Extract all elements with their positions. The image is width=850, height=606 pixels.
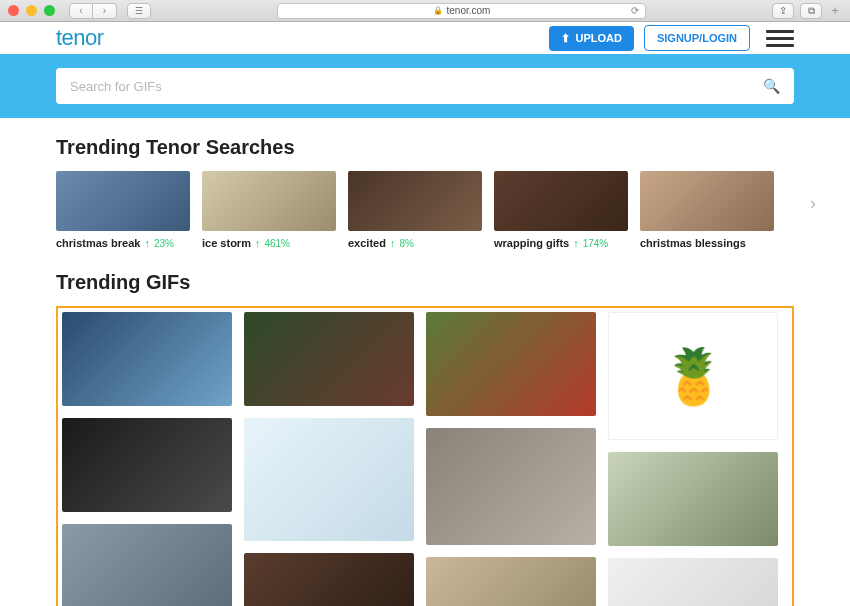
trending-search-label: ice storm	[202, 237, 251, 249]
gif-tile[interactable]	[608, 452, 778, 546]
trending-gif-grid: 🍍	[56, 306, 794, 606]
search-area: 🔍	[0, 54, 850, 118]
trend-percent: 174%	[583, 238, 609, 249]
trending-gifs-title: Trending GIFs	[56, 271, 794, 294]
pineapple-icon: 🍍	[660, 345, 727, 408]
hamburger-icon	[766, 30, 794, 33]
sidebar-toggle-button[interactable]: ☰	[127, 3, 151, 19]
trending-search-label: christmas blessings	[640, 237, 746, 249]
carousel-next-button[interactable]: ›	[810, 193, 816, 214]
gif-tile[interactable]	[426, 428, 596, 545]
minimize-window-icon[interactable]	[26, 5, 37, 16]
trending-search-thumb[interactable]	[494, 171, 628, 231]
lock-icon: 🔒	[433, 6, 443, 15]
gif-tile[interactable]: 🍍	[608, 312, 778, 440]
trending-search-meta: wrapping gifts↑174%	[494, 237, 628, 249]
new-tab-button[interactable]: +	[828, 3, 842, 18]
trending-search-card[interactable]: ice storm↑461%	[202, 171, 336, 249]
trending-search-thumb[interactable]	[640, 171, 774, 231]
nav-button-group: ‹ ›	[69, 3, 117, 19]
trending-search-label: wrapping gifts	[494, 237, 569, 249]
trending-search-label: christmas break	[56, 237, 140, 249]
signup-login-button[interactable]: SIGNUP/LOGIN	[644, 25, 750, 51]
chrome-right-group: ⇪ ⧉	[772, 3, 822, 19]
upload-label: UPLOAD	[575, 32, 621, 44]
gif-tile[interactable]	[62, 524, 232, 606]
gif-tile[interactable]	[62, 418, 232, 512]
trend-percent: 8%	[399, 238, 413, 249]
sidebar-icon: ☰	[135, 6, 143, 16]
gif-tile[interactable]	[244, 418, 414, 541]
gif-column	[426, 312, 596, 606]
hamburger-menu-button[interactable]	[766, 27, 794, 49]
search-icon: 🔍	[763, 78, 780, 94]
chevron-left-icon: ‹	[79, 5, 82, 16]
trending-search-meta: christmas break↑23%	[56, 237, 190, 249]
trending-search-card[interactable]: excited↑8%	[348, 171, 482, 249]
gif-column	[62, 312, 232, 606]
gif-tile[interactable]	[426, 557, 596, 606]
trending-search-card[interactable]: christmas break↑23%	[56, 171, 190, 249]
trending-searches-row: christmas break↑23%ice storm↑461%excited…	[56, 171, 794, 249]
browser-toolbar: ‹ › ☰ 🔒 tenor.com ⟳ ⇪ ⧉ +	[0, 0, 850, 22]
trending-searches-title: Trending Tenor Searches	[56, 136, 794, 159]
trending-search-label: excited	[348, 237, 386, 249]
reload-icon[interactable]: ⟳	[631, 5, 639, 16]
back-button[interactable]: ‹	[69, 3, 93, 19]
gif-column: 🍍	[608, 312, 778, 606]
share-button[interactable]: ⇪	[772, 3, 794, 19]
chevron-right-icon: ›	[103, 5, 106, 16]
page-content: Trending Tenor Searches christmas break↑…	[0, 118, 850, 606]
trend-percent: 461%	[264, 238, 290, 249]
trending-search-thumb[interactable]	[348, 171, 482, 231]
trend-up-icon: ↑	[255, 237, 261, 249]
close-window-icon[interactable]	[8, 5, 19, 16]
gif-tile[interactable]	[426, 312, 596, 416]
gif-tile[interactable]	[244, 553, 414, 606]
tabs-icon: ⧉	[808, 5, 815, 17]
gif-tile[interactable]	[244, 312, 414, 406]
traffic-lights	[8, 5, 55, 16]
gif-tile[interactable]	[62, 312, 232, 406]
site-header: tenor ⬆ UPLOAD SIGNUP/LOGIN	[0, 22, 850, 54]
search-box[interactable]: 🔍	[56, 68, 794, 104]
search-input[interactable]	[70, 79, 763, 94]
logo[interactable]: tenor	[56, 25, 104, 51]
trending-search-card[interactable]: wrapping gifts↑174%	[494, 171, 628, 249]
search-submit-button[interactable]: 🔍	[763, 78, 780, 94]
plus-icon: +	[831, 3, 839, 18]
fullscreen-window-icon[interactable]	[44, 5, 55, 16]
trend-up-icon: ↑	[144, 237, 150, 249]
url-text: tenor.com	[447, 5, 491, 16]
trend-percent: 23%	[154, 238, 174, 249]
chevron-right-icon: ›	[810, 193, 816, 213]
trending-search-thumb[interactable]	[56, 171, 190, 231]
upload-button[interactable]: ⬆ UPLOAD	[549, 26, 633, 51]
share-icon: ⇪	[779, 5, 787, 16]
trend-up-icon: ↑	[390, 237, 396, 249]
trending-search-meta: christmas blessings	[640, 237, 774, 249]
upload-icon: ⬆	[561, 32, 570, 45]
tabs-button[interactable]: ⧉	[800, 3, 822, 19]
trend-up-icon: ↑	[573, 237, 579, 249]
trending-search-thumb[interactable]	[202, 171, 336, 231]
forward-button[interactable]: ›	[93, 3, 117, 19]
gif-column	[244, 312, 414, 606]
trending-search-meta: ice storm↑461%	[202, 237, 336, 249]
trending-search-meta: excited↑8%	[348, 237, 482, 249]
trending-search-card[interactable]: christmas blessings	[640, 171, 774, 249]
url-bar[interactable]: 🔒 tenor.com ⟳	[277, 3, 646, 19]
gif-tile[interactable]	[608, 558, 778, 606]
